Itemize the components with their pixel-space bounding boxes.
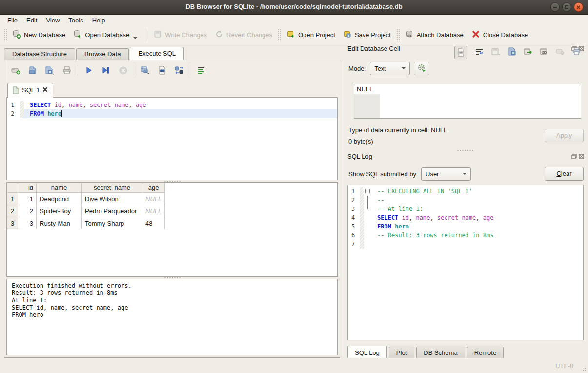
text-document-icon[interactable]: [454, 46, 467, 59]
column-header[interactable]: age: [142, 183, 165, 193]
tab-plot[interactable]: Plot: [389, 347, 414, 359]
new-database-button[interactable]: New Database: [8, 28, 69, 42]
column-header[interactable]: id: [18, 183, 37, 193]
column-header[interactable]: secret_name: [82, 183, 142, 193]
open-database-dropdown-icon[interactable]: [133, 37, 137, 39]
tab-database-structure[interactable]: Database Structure: [4, 48, 75, 60]
save-results-icon[interactable]: [140, 65, 150, 76]
log-line[interactable]: 5FROM hero: [348, 222, 583, 231]
log-line[interactable]: 4SELECT id, name, secret_name, age: [348, 213, 583, 222]
log-line[interactable]: 3-- At line 1:: [348, 205, 583, 213]
log-filter-combo[interactable]: User: [421, 167, 471, 181]
apply-mode-icon: [417, 63, 426, 74]
resize-grip[interactable]: [580, 365, 587, 372]
table-row[interactable]: 11DeadpondDive WilsonNULL: [7, 193, 165, 205]
cell-value-editor[interactable]: NULL: [354, 84, 581, 119]
tab-execute-sql[interactable]: Execute SQL: [130, 47, 184, 60]
new-tab-icon[interactable]: [10, 65, 21, 76]
table-cell[interactable]: Tommy Sharp: [82, 217, 142, 229]
find-icon[interactable]: [157, 65, 167, 76]
tab-remote[interactable]: Remote: [467, 347, 504, 359]
apply-button[interactable]: Apply: [545, 129, 584, 142]
sql-editor-toolbar: [10, 63, 206, 78]
column-header[interactable]: name: [37, 183, 82, 193]
execute-current-line-icon[interactable]: [101, 65, 111, 76]
log-line[interactable]: 2--: [348, 196, 583, 205]
close-database-label: Close Database: [483, 31, 528, 39]
log-line[interactable]: 6-- Result: 3 rows returned in 8ms: [348, 231, 583, 240]
table-cell[interactable]: 3: [18, 217, 37, 229]
close-database-button[interactable]: Close Database: [467, 28, 532, 42]
stop-icon[interactable]: [118, 65, 128, 76]
minimize-button[interactable]: [550, 2, 560, 12]
save-icon[interactable]: [491, 47, 501, 57]
open-sql-file-icon[interactable]: [27, 65, 38, 76]
table-cell[interactable]: Spider-Boy: [37, 205, 82, 217]
menu-edit[interactable]: Edit: [22, 16, 41, 25]
log-line[interactable]: 1-- EXECUTING ALL IN 'SQL 1': [348, 187, 583, 196]
import-icon[interactable]: [508, 47, 516, 57]
float-dock-icon[interactable]: [571, 154, 577, 159]
menu-tools[interactable]: Tools: [64, 16, 87, 25]
fold-marker-icon[interactable]: [367, 196, 368, 205]
toolbar-grip[interactable]: [396, 29, 400, 41]
table-cell[interactable]: Deadpond: [37, 193, 82, 205]
menu-view[interactable]: View: [41, 16, 64, 25]
fold-marker-icon[interactable]: [365, 189, 370, 193]
sql-editor[interactable]: 1SELECT id, name, secret_name, age2FROM …: [6, 97, 338, 180]
tab-db-schema[interactable]: DB Schema: [416, 347, 465, 359]
write-changes-button[interactable]: Write Changes: [149, 28, 211, 42]
sql-tab[interactable]: SQL 1: [7, 83, 53, 98]
toolbar-grip[interactable]: [278, 29, 281, 41]
cell-value: NULL: [357, 85, 373, 93]
open-project-button[interactable]: Open Project: [283, 28, 339, 42]
log-line[interactable]: 7: [348, 240, 583, 249]
word-wrap-icon[interactable]: [475, 48, 484, 57]
dock-splitter[interactable]: [345, 149, 585, 151]
maximize-button[interactable]: [562, 2, 571, 12]
attach-database-button[interactable]: Attach Database: [401, 28, 467, 42]
table-cell[interactable]: NULL: [142, 193, 165, 205]
sql-tab-close-icon[interactable]: [42, 86, 48, 94]
print-icon[interactable]: [61, 65, 72, 76]
table-row[interactable]: 22Spider-BoyPedro ParqueadorNULL: [7, 205, 165, 217]
revert-changes-button[interactable]: Revert Changes: [211, 28, 276, 42]
print-cell-icon[interactable]: [572, 47, 581, 57]
table-cell[interactable]: Dive Wilson: [82, 193, 142, 205]
table-cell[interactable]: 1: [18, 193, 37, 205]
execute-all-icon[interactable]: [83, 65, 94, 76]
sql-log-view[interactable]: 1-- EXECUTING ALL IN 'SQL 1'2--3-- At li…: [347, 185, 584, 340]
menu-file[interactable]: File: [3, 16, 22, 25]
execution-message-area[interactable]: Execution finished without errors.Result…: [6, 279, 338, 355]
fold-marker-icon[interactable]: [367, 205, 371, 209]
apply-mode-button[interactable]: [414, 62, 429, 75]
save-project-button[interactable]: Save Project: [339, 28, 395, 42]
clear-log-button[interactable]: Clear: [545, 167, 584, 181]
right-pane: Edit Database Cell Mode: Text NULL Type …: [345, 45, 585, 360]
editor-line[interactable]: 2FROM hero: [7, 109, 337, 118]
find-replace-icon[interactable]: [174, 65, 184, 76]
save-sql-file-icon[interactable]: [44, 65, 55, 76]
tab-sql-log[interactable]: SQL Log: [347, 346, 387, 359]
close-button[interactable]: [574, 2, 583, 12]
table-row[interactable]: 33Rusty-ManTommy Sharp48: [7, 217, 165, 229]
revert-changes-icon: [215, 30, 223, 40]
tab-browse-data[interactable]: Browse Data: [76, 48, 129, 60]
table-cell[interactable]: Rusty-Man: [37, 217, 82, 229]
results-header-row[interactable]: idnamesecret_nameage: [7, 183, 165, 193]
toolbar-grip[interactable]: [3, 29, 7, 41]
editor-line[interactable]: 1SELECT id, name, secret_name, age: [7, 101, 337, 109]
set-null-icon[interactable]: [556, 49, 565, 56]
open-database-button[interactable]: Open Database: [69, 28, 141, 42]
export-icon[interactable]: [524, 48, 532, 57]
left-pane: Database Structure Browse Data Execute S…: [4, 47, 340, 358]
table-cell[interactable]: 48: [142, 217, 165, 229]
close-dock-icon[interactable]: [579, 154, 584, 159]
link-icon[interactable]: [540, 48, 548, 57]
auto-format-icon[interactable]: [196, 65, 206, 76]
table-cell[interactable]: Pedro Parqueador: [82, 205, 142, 217]
table-cell[interactable]: NULL: [142, 205, 165, 217]
menu-help[interactable]: Help: [88, 16, 110, 25]
table-cell[interactable]: 2: [18, 205, 37, 217]
mode-combo[interactable]: Text: [370, 62, 410, 75]
